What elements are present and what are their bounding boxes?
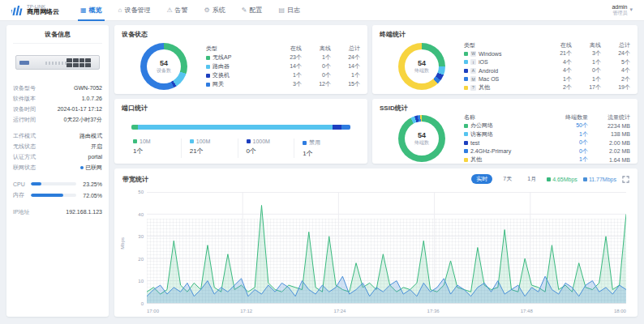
legend-color — [464, 86, 468, 90]
legend-color — [464, 77, 468, 81]
col-type: 类型 — [464, 41, 543, 49]
device-status-donut: 54 设备数 — [140, 43, 187, 90]
legend-color — [464, 141, 468, 145]
legend-color — [464, 149, 468, 153]
ssid-stats-card: SSID统计 54 终端数 名称 终端数量 — [372, 99, 638, 164]
nav-label: 配置 — [249, 6, 262, 15]
device-status-table: 类型 在线 离线 总计 无线AP 23个 1个 24个 路由器 — [206, 45, 360, 89]
donut-value: 54 — [418, 60, 426, 68]
info-row: 运行时间 0天22小时37分 — [13, 114, 102, 125]
legend-download: 11.77Mbps — [583, 177, 616, 182]
info-value: 1.0.7.26 — [82, 96, 102, 101]
fullscreen-icon[interactable] — [622, 176, 629, 183]
user-name: admin — [612, 4, 627, 11]
info-value: GWN-7052 — [74, 85, 102, 91]
port-stacked-bar — [131, 125, 350, 130]
cpu-usage-row: CPU 23.25% — [13, 178, 102, 190]
port-legend-item: 10M 1个 — [131, 139, 181, 158]
legend-color — [133, 139, 137, 143]
table-row: WWindows 21个 3个 24个 — [464, 49, 630, 58]
nav-label: 日志 — [287, 6, 300, 15]
client-stats-donut: 54 终端数 — [398, 43, 445, 90]
row-name: 路由器 — [213, 62, 230, 70]
col-clients: 终端数量 — [546, 113, 588, 122]
info-label: 运行时间 — [13, 116, 36, 124]
nav-menu: ▦ 概览 ⌂ 设备管理 ⚠ 告警 ⚙ 系统 ✎ 配置 ▤ 日志 — [80, 0, 300, 21]
top-navbar: TP-LINK 商用网络云 ▦ 概览 ⌂ 设备管理 ⚠ 告警 ⚙ 系统 ✎ 配置… — [0, 0, 644, 21]
legend-color — [190, 139, 194, 143]
col-offline: 离线 — [572, 41, 601, 49]
ssid-table: 名称 终端数量 流量统计 办公网络 50个 2234 MB 访客网络 1个 — [464, 113, 630, 164]
col-online: 在线 — [273, 45, 302, 53]
client-stats-title: 终端统计 — [380, 30, 630, 39]
y-axis-labels: 50403020100 — [127, 190, 144, 306]
donut-label: 终端数 — [414, 68, 429, 74]
info-label: 设备时间 — [13, 105, 36, 113]
legend-color — [464, 124, 468, 128]
overview-icon: ▦ — [80, 6, 87, 14]
info-value: 路由模式 — [79, 132, 102, 140]
table-row: AAndroid 4个 0个 4个 — [464, 66, 630, 75]
device-logo — [19, 61, 29, 65]
y-axis-title: Mbps — [120, 237, 125, 249]
col-offline: 离线 — [302, 45, 331, 53]
table-row: 访客网络 1个 138 MB — [464, 130, 630, 139]
nav-item-logs[interactable]: ▤ 日志 — [278, 0, 300, 21]
device-vents — [45, 62, 68, 65]
table-row: ?其他 2个 17个 19个 — [464, 83, 630, 92]
info-label: 设备型号 — [13, 84, 36, 92]
device-status-card: 设备状态 54 设备数 类型 在线 — [114, 25, 367, 94]
device-image — [15, 55, 100, 70]
user-menu[interactable]: admin 管理员 ▾ — [612, 4, 633, 17]
port-legend: 10M 1个 100M 21个 1000M 0个 禁用 1个 — [131, 139, 350, 158]
nav-item-alerts[interactable]: ⚠ 告警 — [166, 0, 187, 21]
ip-label: IP地址 — [13, 208, 30, 216]
windows-icon: W — [470, 51, 476, 57]
col-total: 总计 — [601, 41, 630, 49]
page-body: 设备信息 设备型号 GWN-7052 软件版本 1.0.7.26 设备时间 20… — [0, 21, 644, 320]
client-stats-table: 类型 在线 离线 总计 WWindows 21个 3个 24个 iiOS — [464, 41, 630, 92]
donut-value: 54 — [418, 132, 426, 140]
cpu-label: CPU — [13, 181, 28, 187]
android-icon: A — [470, 68, 476, 74]
nav-item-system[interactable]: ⚙ 系统 — [204, 0, 225, 21]
memory-value: 72.05% — [79, 193, 102, 198]
col-name: 名称 — [464, 113, 546, 122]
ios-icon: i — [470, 59, 476, 65]
legend-color — [464, 52, 468, 56]
info-label: 联网状态 — [13, 164, 36, 172]
nav-item-devices[interactable]: ⌂ 设备管理 — [118, 0, 151, 21]
legend-color — [206, 83, 210, 87]
legend-color — [464, 69, 468, 73]
memory-bar — [31, 194, 76, 197]
chevron-down-icon: ▾ — [629, 6, 633, 13]
info-value: 开启 — [91, 143, 102, 151]
ip-value: 192.168.1.123 — [66, 209, 102, 215]
legend-color — [464, 158, 468, 162]
other-os-icon: ? — [470, 85, 476, 91]
x-axis-labels: 17:0017:1217:2417:3617:4818:00 — [147, 309, 626, 313]
row-name: 无线AP — [213, 53, 231, 62]
nav-item-overview[interactable]: ▦ 概览 — [80, 0, 102, 21]
table-row: 2.4GHz-Primary 0个 2.02 MB — [464, 147, 630, 156]
info-label: 无线状态 — [13, 143, 36, 151]
table-row: 无线AP 23个 1个 24个 — [206, 53, 360, 62]
ssid-stats-title: SSID统计 — [380, 104, 630, 113]
cpu-bar — [31, 182, 76, 185]
device-panel-title: 设备信息 — [13, 30, 102, 44]
table-row: 路由器 14个 0个 14个 — [206, 62, 360, 71]
info-row: 工作模式 路由模式 — [13, 130, 102, 141]
device-status-title: 设备状态 — [122, 30, 360, 39]
range-realtime-button[interactable]: 实时 — [471, 174, 492, 184]
row-name: 交换机 — [213, 71, 230, 79]
nav-label: 告警 — [175, 6, 188, 15]
ip-row: IP地址 192.168.1.123 — [13, 207, 102, 217]
device-info-panel: 设备信息 设备型号 GWN-7052 软件版本 1.0.7.26 设备时间 20… — [6, 25, 109, 317]
bandwidth-title: 带宽统计 — [122, 175, 148, 184]
range-1m-button[interactable]: 1月 — [522, 174, 541, 184]
range-7d-button[interactable]: 7天 — [498, 174, 517, 184]
col-total: 总计 — [331, 45, 360, 53]
log-icon: ▤ — [278, 6, 285, 14]
port-legend-item: 禁用 1个 — [294, 139, 350, 158]
nav-item-config[interactable]: ✎ 配置 — [242, 0, 263, 21]
